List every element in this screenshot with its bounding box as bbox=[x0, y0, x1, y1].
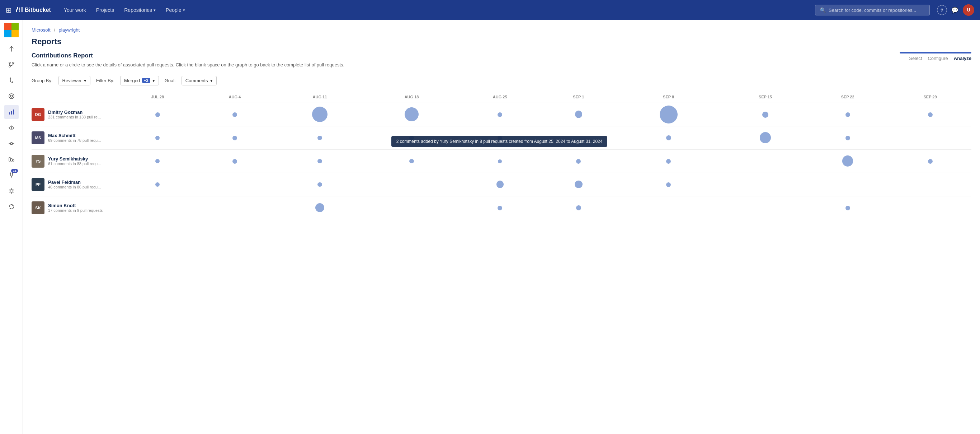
bubble-dot[interactable] bbox=[317, 136, 322, 140]
bubble-dot[interactable] bbox=[498, 206, 502, 211]
dot-cell[interactable] bbox=[272, 173, 368, 196]
dot-cell[interactable] bbox=[544, 149, 613, 173]
sidebar-reports-icon[interactable] bbox=[4, 105, 19, 119]
dot-cell[interactable] bbox=[807, 196, 889, 219]
dot-cell[interactable] bbox=[889, 149, 971, 173]
bubble-dot[interactable] bbox=[496, 180, 504, 188]
table-row[interactable]: SK Simon Knott 17 comments in 9 pull req… bbox=[32, 196, 971, 219]
dot-cell[interactable] bbox=[197, 126, 272, 149]
filter-by-dropdown[interactable]: Merged +2 ▾ bbox=[120, 76, 159, 85]
dot-cell[interactable] bbox=[272, 126, 368, 149]
dot-cell[interactable] bbox=[613, 103, 724, 126]
bubble-dot[interactable] bbox=[409, 159, 414, 163]
dot-cell[interactable] bbox=[197, 103, 272, 126]
dot-cell[interactable] bbox=[724, 126, 807, 149]
bubble-dot[interactable] bbox=[232, 159, 237, 164]
wizard-step-select[interactable]: Select bbox=[909, 56, 922, 61]
nav-repositories[interactable]: Repositories ▾ bbox=[120, 5, 160, 15]
bubble-dot[interactable] bbox=[842, 155, 853, 167]
sidebar-refresh-icon[interactable] bbox=[4, 199, 19, 214]
bubble-dot[interactable] bbox=[666, 159, 671, 164]
dot-cell[interactable] bbox=[197, 149, 272, 173]
bubble-dot[interactable] bbox=[928, 112, 933, 117]
bubble-dot[interactable] bbox=[315, 203, 324, 212]
bubble-dot[interactable] bbox=[666, 135, 671, 140]
dot-cell[interactable] bbox=[544, 103, 613, 126]
bubble-dot[interactable] bbox=[845, 206, 850, 211]
bubble-dot[interactable] bbox=[575, 110, 582, 118]
bubble-dot[interactable] bbox=[845, 136, 850, 140]
bubble-dot[interactable] bbox=[498, 160, 502, 163]
sidebar-code-icon[interactable] bbox=[4, 121, 19, 135]
sidebar-forks-icon[interactable]: 24 bbox=[4, 168, 19, 182]
bubble-dot[interactable] bbox=[576, 205, 581, 211]
sidebar-deployments-icon[interactable] bbox=[4, 152, 19, 167]
dot-cell[interactable] bbox=[272, 196, 368, 219]
dot-cell[interactable] bbox=[118, 149, 197, 173]
sidebar-branches-icon[interactable] bbox=[4, 73, 19, 88]
group-by-dropdown[interactable]: Reviewer ▾ bbox=[59, 76, 91, 85]
bubble-dot[interactable] bbox=[845, 112, 850, 117]
wizard-step-configure[interactable]: Configure bbox=[928, 56, 948, 61]
dot-cell[interactable] bbox=[889, 103, 971, 126]
bubble-dot[interactable] bbox=[762, 112, 768, 118]
nav-your-work[interactable]: Your work bbox=[60, 5, 91, 15]
dot-cell[interactable] bbox=[368, 126, 455, 149]
dot-cell[interactable] bbox=[118, 103, 197, 126]
bubble-dot[interactable] bbox=[155, 136, 160, 140]
dot-cell[interactable] bbox=[807, 126, 889, 149]
bubble-dot[interactable] bbox=[317, 159, 322, 163]
bubble-dot[interactable] bbox=[232, 136, 237, 140]
sidebar-pipelines-icon[interactable] bbox=[4, 89, 19, 104]
bubble-dot[interactable] bbox=[760, 132, 771, 143]
bubble-dot[interactable] bbox=[575, 180, 582, 188]
dot-cell[interactable]: 2 comments added by Yury Semikhatsky in … bbox=[456, 149, 544, 173]
dot-cell[interactable] bbox=[456, 173, 544, 196]
table-row[interactable]: MS Max Schmitt 69 comments in 78 pull re… bbox=[32, 126, 971, 149]
dot-cell[interactable] bbox=[118, 173, 197, 196]
help-button[interactable]: ? bbox=[937, 5, 947, 15]
dot-cell[interactable] bbox=[613, 126, 724, 149]
person-cell[interactable]: PF Pavel Feldman 46 comments in 86 pull … bbox=[32, 173, 118, 196]
logo[interactable]: ⛙ Bitbucket bbox=[16, 6, 51, 14]
table-row[interactable]: DG Dmitry Gozman 231 comments in 138 pul… bbox=[32, 103, 971, 126]
sidebar-integrations-icon[interactable] bbox=[4, 184, 19, 198]
sidebar-source-icon[interactable] bbox=[4, 41, 19, 56]
sidebar-commits-icon[interactable] bbox=[4, 136, 19, 151]
dot-cell[interactable] bbox=[613, 173, 724, 196]
notifications-button[interactable]: 💬 bbox=[951, 7, 958, 14]
bubble-dot[interactable] bbox=[232, 112, 237, 117]
table-row[interactable]: YS Yury Semikhatsky 61 comments in 88 pu… bbox=[32, 149, 971, 173]
dot-cell[interactable] bbox=[456, 103, 544, 126]
dot-cell[interactable] bbox=[368, 149, 455, 173]
bubble-dot[interactable] bbox=[409, 136, 414, 140]
person-cell[interactable]: SK Simon Knott 17 comments in 9 pull req… bbox=[32, 196, 118, 219]
breadcrumb-repo[interactable]: playwright bbox=[59, 27, 80, 33]
nav-people[interactable]: People ▾ bbox=[161, 5, 189, 15]
bubble-dot[interactable] bbox=[928, 159, 933, 164]
bubble-dot[interactable] bbox=[312, 107, 328, 122]
bubble-dot[interactable] bbox=[498, 136, 502, 140]
dot-cell[interactable] bbox=[807, 149, 889, 173]
grid-icon[interactable]: ⊞ bbox=[6, 6, 12, 14]
dot-cell[interactable] bbox=[807, 103, 889, 126]
table-row[interactable]: PF Pavel Feldman 46 comments in 86 pull … bbox=[32, 173, 971, 196]
person-cell[interactable]: DG Dmitry Gozman 231 comments in 138 pul… bbox=[32, 103, 118, 126]
dot-cell[interactable] bbox=[724, 103, 807, 126]
dot-cell[interactable] bbox=[272, 149, 368, 173]
bubble-dot[interactable] bbox=[155, 182, 160, 187]
wizard-step-analyze[interactable]: Analyze bbox=[954, 56, 971, 61]
dot-cell[interactable] bbox=[456, 126, 544, 149]
dot-cell[interactable] bbox=[456, 196, 544, 219]
search-bar[interactable]: 🔍 Search for code, commits or repositori… bbox=[815, 5, 930, 16]
bubble-dot[interactable] bbox=[317, 182, 322, 187]
dot-cell[interactable] bbox=[613, 149, 724, 173]
bubble-dot[interactable] bbox=[405, 107, 418, 121]
person-cell[interactable]: MS Max Schmitt 69 comments in 78 pull re… bbox=[32, 126, 118, 149]
user-avatar[interactable]: U bbox=[963, 4, 974, 16]
sidebar-pullrequests-icon[interactable] bbox=[4, 57, 19, 72]
dot-cell[interactable] bbox=[272, 103, 368, 126]
dot-cell[interactable] bbox=[544, 173, 613, 196]
nav-projects[interactable]: Projects bbox=[92, 5, 119, 15]
goal-dropdown[interactable]: Comments ▾ bbox=[181, 76, 217, 85]
